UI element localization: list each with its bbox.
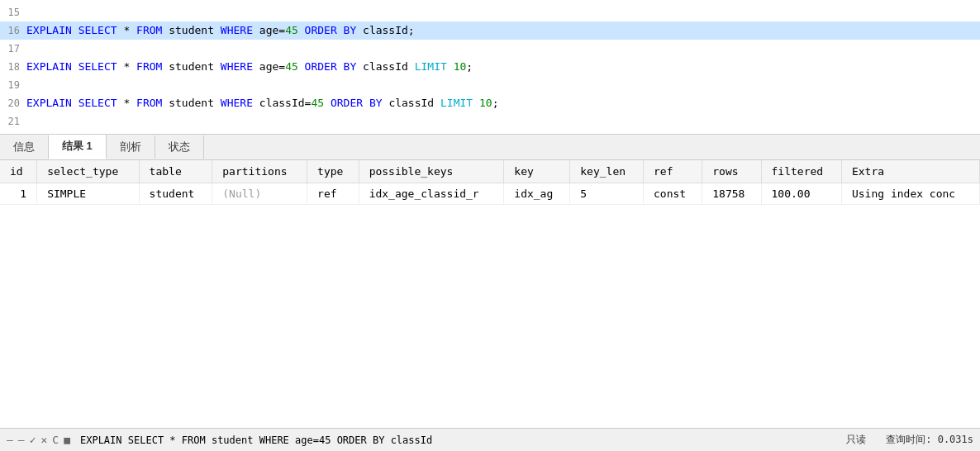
col-partitions: partitions [212,160,307,183]
stop-icon[interactable]: ■ [64,434,70,446]
col-key-len: key_len [570,160,644,183]
status-bar: — – ✓ ✕ C ■ EXPLAIN SELECT * FROM studen… [0,428,980,451]
readonly-label: 只读 [846,433,866,447]
tab-info[interactable]: 信息 [0,135,49,159]
tab-profile[interactable]: 剖析 [107,135,155,159]
tab-status[interactable]: 状态 [155,135,204,159]
cell-ref: const [643,183,702,205]
status-toolbar: — – ✓ ✕ C ■ [7,434,70,446]
cell-rows: 18758 [702,183,761,205]
cell-partitions: (Null) [212,183,307,205]
line-number-19: 19 [0,76,26,94]
col-rows: rows [702,160,761,183]
code-line-20: 20 EXPLAIN SELECT * FROM student WHERE c… [0,94,980,112]
code-line-21: 21 [0,112,980,131]
check-icon[interactable]: ✓ [30,434,36,446]
line-content-18: EXPLAIN SELECT * FROM student WHERE age=… [26,58,980,76]
line-content-16: EXPLAIN SELECT * FROM student WHERE age=… [26,21,980,40]
code-line-17: 17 [0,40,980,58]
table-header-row: id select_type table partitions type pos… [0,160,980,183]
line-number-18: 18 [0,58,26,76]
col-select-type: select_type [37,160,139,183]
refresh-icon[interactable]: C [52,434,59,446]
status-sql-text: EXPLAIN SELECT * FROM student WHERE age=… [80,434,846,446]
code-line-19: 19 [0,76,980,94]
query-time-label: 查询时间: 0.031s [886,433,973,447]
cell-extra: Using index conc [841,183,979,205]
close-icon[interactable]: ✕ [40,434,47,446]
cell-filtered: 100.00 [761,183,841,205]
code-line-16: 16 EXPLAIN SELECT * FROM student WHERE a… [0,21,980,40]
col-table: table [139,160,212,183]
line-number-20: 20 [0,94,26,112]
col-filtered: filtered [761,160,841,183]
code-line-15: 15 [0,3,980,21]
col-id: id [0,160,37,183]
line-number-21: 21 [0,112,26,131]
table-row: 1 SIMPLE student (Null) ref idx_age_clas… [0,183,980,205]
results-area[interactable]: id select_type table partitions type pos… [0,160,980,428]
cell-select-type: SIMPLE [37,183,139,205]
cell-key-len: 5 [570,183,644,205]
cell-key: idx_ag [504,183,570,205]
line-number-17: 17 [0,40,26,58]
tabs-bar: 信息 结果 1 剖析 状态 [0,135,980,160]
col-key: key [504,160,570,183]
code-line-18: 18 EXPLAIN SELECT * FROM student WHERE a… [0,58,980,76]
line-content-20: EXPLAIN SELECT * FROM student WHERE clas… [26,94,980,112]
results-table: id select_type table partitions type pos… [0,160,980,205]
status-right-panel: 只读 查询时间: 0.031s [846,433,973,447]
line-number-16: 16 [0,21,26,40]
col-possible-keys: possible_keys [359,160,504,183]
line-number-15: 15 [0,3,26,21]
cell-possible-keys: idx_age_classid_r [359,183,504,205]
minus-icon[interactable]: — [7,434,13,446]
tab-results[interactable]: 结果 1 [49,135,107,159]
dash-icon[interactable]: – [18,434,25,446]
code-editor[interactable]: 15 16 EXPLAIN SELECT * FROM student WHER… [0,0,980,135]
col-extra: Extra [841,160,979,183]
cell-type: ref [307,183,359,205]
cell-table: student [139,183,212,205]
cell-id: 1 [0,183,37,205]
col-type: type [307,160,359,183]
col-ref: ref [643,160,702,183]
